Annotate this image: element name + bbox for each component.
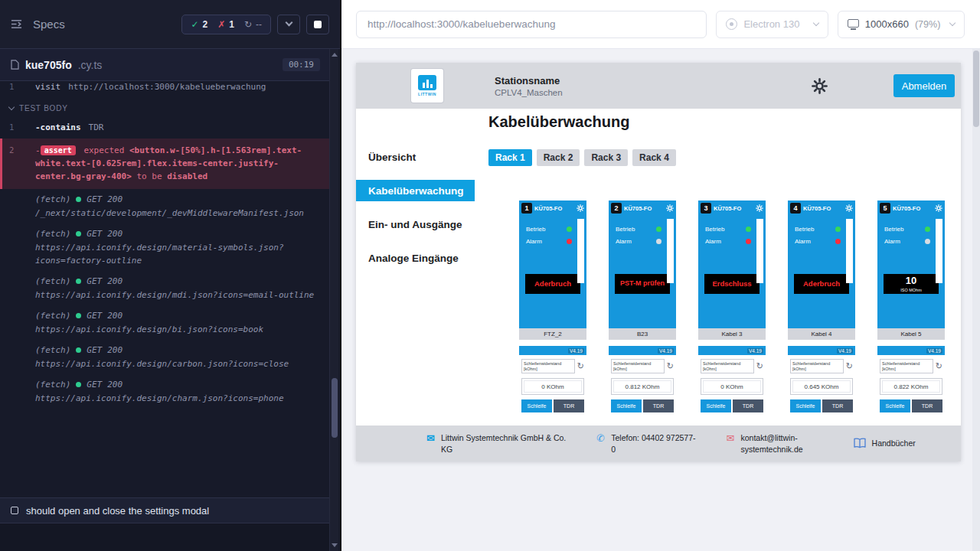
- next-test-row[interactable]: should open and close the settings modal: [0, 497, 331, 523]
- failed-assert-row[interactable]: 2 -assert expected <button.w-[50%].h-[1.…: [0, 139, 331, 189]
- device-panel: 2 KÜ705-FO Betrieb Alarm PST-M prüfen: [609, 201, 676, 328]
- tdr-button[interactable]: TDR: [643, 399, 674, 412]
- visit-command-row[interactable]: 1 visithttp://localhost:3000/kabelueberw…: [0, 81, 331, 95]
- device-status-display: Aderbruch: [525, 274, 580, 294]
- contact-email[interactable]: kontakt@littwin- systemtechnik.de: [740, 432, 802, 454]
- footer-email: ✉ kontakt@littwin- systemtechnik.de: [727, 432, 803, 454]
- scroll-up-arrow[interactable]: [332, 53, 338, 57]
- page-scrollbar[interactable]: [972, 49, 980, 551]
- tdr-button[interactable]: TDR: [822, 399, 853, 412]
- phone-icon: ✆: [596, 432, 605, 445]
- refresh-icon[interactable]: ↻: [936, 362, 942, 370]
- fetch-method: GET: [87, 193, 102, 206]
- resistance-label: Schleifenwiderstand [kOhm]: [790, 359, 844, 373]
- resistance-label: Schleifenwiderstand [kOhm]: [611, 359, 665, 373]
- betrieb-status-dot: [567, 227, 572, 232]
- sidebar-nav-item[interactable]: Ein- und Ausgänge: [356, 214, 475, 235]
- browser-select[interactable]: Electron 130: [716, 11, 828, 38]
- device-settings-icon[interactable]: [666, 204, 674, 212]
- littwin-logo-icon: [418, 75, 436, 90]
- device-settings-icon[interactable]: [845, 204, 853, 212]
- footer-manuals[interactable]: Handbücher: [854, 438, 916, 448]
- refresh-icon[interactable]: ↻: [577, 362, 584, 370]
- spec-header: kue705fo.cy.ts 00:19: [0, 49, 331, 81]
- url-input[interactable]: [356, 11, 707, 38]
- fetch-log-entry: (fetch) GET 200 https://api.iconify.desi…: [35, 344, 317, 370]
- fetch-url: https://api.iconify.design/material-symb…: [35, 241, 317, 267]
- specs-menu-icon[interactable]: [11, 18, 22, 30]
- reporter-scrollbar[interactable]: [329, 49, 338, 551]
- rack-tab[interactable]: Rack 2: [537, 149, 580, 166]
- scroll-down-arrow[interactable]: [332, 543, 338, 547]
- scrollbar-thumb[interactable]: [332, 378, 338, 438]
- app-under-test: LITTWIN Stationsname CPLV4_Maschen Abmel…: [356, 63, 961, 461]
- test-stats: ✓2 ✗1 ↻--: [181, 15, 271, 34]
- stat-passed: ✓2: [191, 19, 207, 30]
- specs-label[interactable]: Specs: [33, 18, 65, 31]
- command-log[interactable]: 1 visithttp://localhost:3000/kabelueberw…: [0, 81, 331, 497]
- schleife-button[interactable]: Schleife: [790, 399, 821, 412]
- refresh-icon[interactable]: ↻: [756, 362, 763, 370]
- settings-gear-icon[interactable]: [812, 78, 828, 94]
- cable-name: Kabel 5: [877, 328, 945, 340]
- schleife-button[interactable]: Schleife: [701, 399, 731, 412]
- device-card: 4 KÜ705-FO Betrieb Alarm Aderbruch Kabel…: [788, 201, 855, 416]
- contains-command-row[interactable]: 1 -containsTDR: [0, 119, 331, 135]
- fetch-method: GET: [87, 378, 102, 391]
- fetch-log-list: (fetch) GET 200 /_next/static/developmen…: [0, 193, 331, 405]
- schleife-button[interactable]: Schleife: [880, 399, 910, 412]
- device-model-label: KÜ705-FO: [893, 205, 933, 212]
- device-settings-icon[interactable]: [577, 204, 584, 212]
- line-number: 2: [9, 144, 28, 183]
- schleife-button[interactable]: Schleife: [611, 399, 642, 412]
- resistance-value: 0 KOhm: [521, 378, 584, 395]
- viewport-select[interactable]: 1000x660 (79%): [838, 11, 965, 38]
- device-settings-icon[interactable]: [756, 204, 763, 212]
- browser-toolbar: Electron 130 1000x660 (79%): [341, 0, 980, 49]
- footer-phone: ✆ Telefon: 04402 972577- 0: [596, 432, 695, 454]
- rack-tab[interactable]: Rack 4: [632, 149, 676, 166]
- fetch-url: https://api.iconify.design/carbon.json?i…: [35, 357, 317, 370]
- reporter-header: Specs ✓2 ✗1 ↻--: [0, 0, 340, 49]
- sidebar-nav-item[interactable]: Übersicht: [356, 146, 475, 168]
- pending-icon: ↻: [244, 19, 252, 30]
- alarm-label: Alarm: [705, 238, 721, 245]
- fetch-url: /_next/static/development/_devMiddleware…: [35, 207, 317, 220]
- device-status-display: Aderbruch: [794, 274, 849, 294]
- line-number: 1: [9, 81, 28, 93]
- spec-name[interactable]: kue705fo: [25, 59, 72, 71]
- alarm-status-dot: [567, 239, 572, 244]
- device-status-text: PST-M prüfen: [620, 280, 665, 288]
- fetch-log-entry: (fetch) GET 200 https://api.iconify.desi…: [35, 227, 317, 267]
- tdr-button[interactable]: TDR: [912, 399, 942, 412]
- fetch-label: (fetch): [35, 309, 70, 322]
- resistance-value: 0 KOhm: [701, 378, 763, 395]
- measurement-section: Schleifenwiderstand [kOhm] ↻ 0 KOhm Schl…: [519, 355, 586, 416]
- visit-url: http://localhost:3000/kabelueberwachung: [68, 82, 266, 92]
- tdr-button[interactable]: TDR: [733, 399, 763, 412]
- fetch-log-entry: (fetch) GET 200 https://api.iconify.desi…: [35, 378, 317, 405]
- device-model-label: KÜ705-FO: [624, 205, 664, 212]
- collapse-button[interactable]: [277, 15, 300, 34]
- refresh-icon[interactable]: ↻: [667, 362, 674, 370]
- logout-button[interactable]: Abmelden: [893, 74, 955, 97]
- firmware-version: V4.19: [568, 348, 584, 354]
- sidebar-nav-item[interactable]: Kabelüberwachung: [356, 180, 475, 201]
- resistance-value: 0.812 KOhm: [611, 378, 674, 395]
- scrollbar-thumb[interactable]: [973, 51, 979, 127]
- sidebar-nav-item[interactable]: Analoge Eingänge: [356, 247, 475, 269]
- spec-extension: .cy.ts: [78, 59, 103, 71]
- device-status-display: 10 ISO MOhm: [884, 274, 939, 294]
- stop-tests-button[interactable]: [306, 15, 329, 34]
- device-cards-row: 1 KÜ705-FO Betrieb Alarm Aderbruch FTZ_2: [519, 201, 961, 416]
- device-status-text: Aderbruch: [534, 280, 571, 288]
- success-dot-icon: [76, 279, 81, 284]
- tdr-button[interactable]: TDR: [554, 399, 584, 412]
- test-body-header[interactable]: TEST BODY: [0, 95, 331, 119]
- device-status-display: PST-M prüfen: [615, 274, 670, 294]
- schleife-button[interactable]: Schleife: [521, 399, 552, 412]
- refresh-icon[interactable]: ↻: [846, 362, 853, 370]
- rack-tab[interactable]: Rack 1: [488, 149, 532, 166]
- rack-tab[interactable]: Rack 3: [584, 149, 628, 166]
- device-settings-icon[interactable]: [935, 204, 942, 212]
